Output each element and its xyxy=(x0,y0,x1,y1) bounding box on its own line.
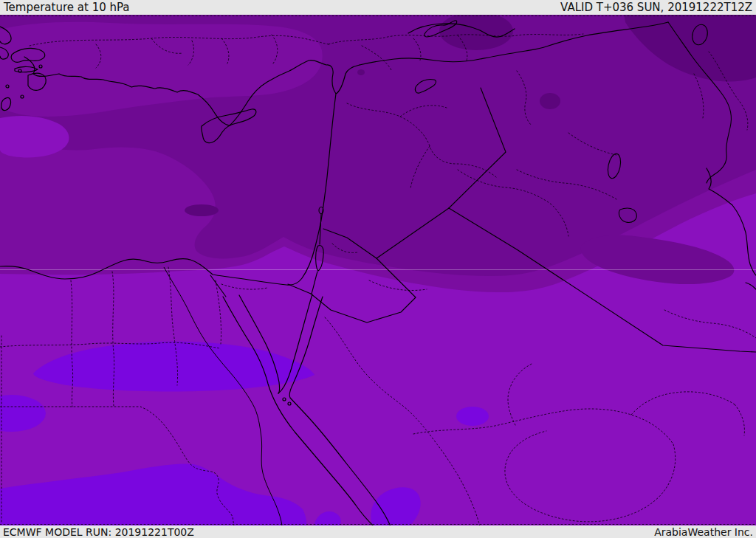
footer-bar: ECMWF MODEL RUN: 20191221T00Z ArabiaWeat… xyxy=(0,525,756,538)
temp-band-cool3-spot1 xyxy=(540,93,560,109)
temp-band-cool3-blacksea xyxy=(439,12,513,50)
header-bar: Temperature at 10 hPa VALID T+036 SUN, 2… xyxy=(0,0,756,15)
temperature-field xyxy=(0,12,756,526)
temp-band-cool3-spot3 xyxy=(357,69,365,75)
temp-violet-center-spot xyxy=(456,407,489,426)
temp-band-cool3-spot2 xyxy=(185,204,219,216)
model-run-label: ECMWF MODEL RUN: 20191221T00Z xyxy=(3,527,194,537)
map-title: Temperature at 10 hPa xyxy=(4,2,130,13)
weather-map-screenshot: Temperature at 10 hPa VALID T+036 SUN, 2… xyxy=(0,0,756,538)
map-canvas xyxy=(0,0,756,538)
valid-time-label: VALID T+036 SUN, 20191222T12Z xyxy=(560,2,752,13)
credit-label: ArabiaWeather Inc. xyxy=(654,527,753,537)
